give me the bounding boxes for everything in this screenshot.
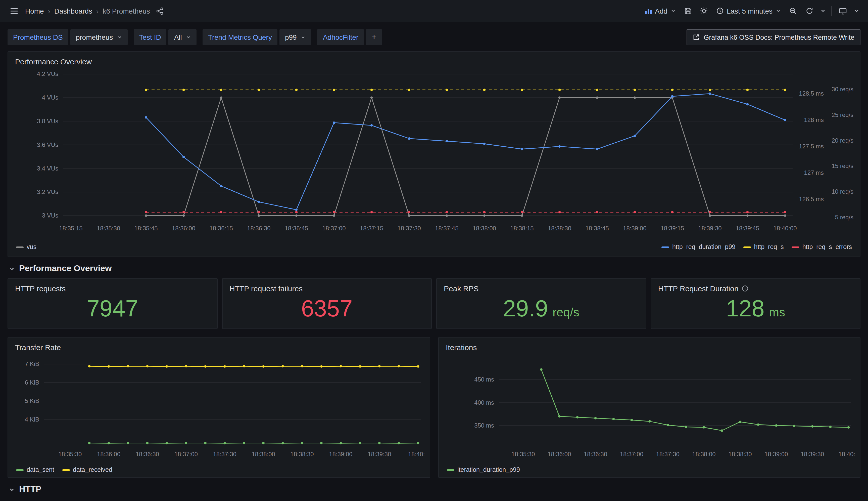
svg-text:18:36:30: 18:36:30 [247,225,271,232]
add-menu-button[interactable]: Add [642,4,679,18]
panel-performance-overview-title[interactable]: Performance Overview [13,56,855,67]
legend-item-http_req_duration_p99[interactable]: http_req_duration_p99 [662,244,736,250]
grafana-dashboard: Home › Dashboards › k6 Prometheus Add [0,0,868,501]
legend-left: data_sentdata_received [16,466,112,473]
panel-transfer-rate: Transfer Rate 7 KiB6 KiB5 KiB4 KiB18:35:… [8,337,430,478]
svg-text:18:37:15: 18:37:15 [360,225,383,232]
chevron-down-icon [9,486,15,493]
svg-text:18:37:30: 18:37:30 [397,225,421,232]
iterations-legend: iteration_duration_p99 [444,463,855,476]
svg-text:18:36:30: 18:36:30 [584,451,607,458]
svg-text:18:36:00: 18:36:00 [172,225,195,232]
legend-item-http_req_s_errors[interactable]: http_req_s_errors [792,244,852,250]
svg-text:4 VUs: 4 VUs [42,94,58,101]
tv-kiosk-mode-icon[interactable] [836,4,850,18]
transfer-rate-chart[interactable]: 7 KiB6 KiB5 KiB4 KiB18:35:3018:36:0018:3… [13,353,425,463]
svg-text:30 req/s: 30 req/s [832,86,854,93]
svg-text:18:35:30: 18:35:30 [512,451,535,458]
legend-left: vus [16,244,36,250]
info-icon[interactable] [742,285,749,291]
adhoc-filter-label: AdhocFilter [317,29,364,45]
svg-text:18:35:30: 18:35:30 [97,225,120,232]
svg-text:3.6 VUs: 3.6 VUs [37,141,58,148]
refresh-interval-chevron-icon[interactable] [818,4,827,18]
legend-left: iteration_duration_p99 [447,466,520,473]
panel-performance-overview: Performance Overview 4.2 VUs4 VUs3.8 VUs… [8,51,860,257]
breadcrumb-current-dashboard: k6 Prometheus [102,7,150,15]
legend-item-data_sent[interactable]: data_sent [16,466,54,473]
refresh-icon[interactable] [802,4,816,18]
svg-text:126.5 ms: 126.5 ms [799,196,824,202]
row-header-http[interactable]: HTTP [9,484,860,494]
iterations-chart[interactable]: 450 ms400 ms350 ms18:35:3018:36:0018:36:… [444,353,855,463]
share-icon[interactable] [153,4,167,18]
panel-http-request-failures: HTTP request failures 6357 [222,278,432,329]
panel-http-requests-title[interactable]: HTTP requests [13,283,212,294]
svg-text:6 KiB: 6 KiB [25,379,39,386]
variable-label: Trend Metrics Query [202,29,277,45]
top-nav: Home › Dashboards › k6 Prometheus Add [0,0,868,22]
variable-label: Test ID [134,29,167,45]
svg-text:18:39:30: 18:39:30 [801,451,824,458]
svg-text:350 ms: 350 ms [474,422,494,429]
zoom-out-time-icon[interactable] [786,4,800,18]
row-header-performance-overview[interactable]: Performance Overview [9,264,860,274]
panel-iterations: Iterations 450 ms400 ms350 ms18:35:3018:… [438,337,860,478]
svg-text:5 KiB: 5 KiB [25,397,39,404]
chevron-down-icon [301,35,306,40]
svg-text:18:40:00: 18:40:00 [773,225,796,232]
svg-text:18:36:30: 18:36:30 [136,451,159,458]
clock-icon [716,7,724,14]
svg-text:18:37:00: 18:37:00 [174,451,198,458]
svg-text:4.2 VUs: 4.2 VUs [37,71,58,77]
variable-value-dropdown[interactable]: prometheus [70,29,128,45]
adhoc-filter: AdhocFilter + [317,29,382,45]
panel-http-request-duration-title[interactable]: HTTP Request Duration [656,283,855,294]
svg-text:18:37:30: 18:37:30 [656,451,679,458]
chevron-down-icon [186,35,191,40]
stat-value-http-requests: 7947 [87,296,138,321]
time-range-picker[interactable]: Last 5 minutes [713,4,784,18]
breadcrumb-dashboards[interactable]: Dashboards [54,7,92,15]
breadcrumb-separator: › [96,7,99,15]
svg-text:18:38:00: 18:38:00 [692,451,715,458]
svg-text:18:39:30: 18:39:30 [368,451,391,458]
svg-text:18:38:30: 18:38:30 [548,225,571,232]
legend-item-data_received[interactable]: data_received [62,466,112,473]
stat-unit-http-request-duration: ms [769,305,785,319]
menu-icon[interactable] [7,4,21,18]
save-dashboard-icon[interactable] [681,4,695,18]
kiosk-chevron-icon[interactable] [852,4,861,18]
svg-text:18:40:0: 18:40:0 [838,451,855,458]
dashboard-settings-gear-icon[interactable] [697,4,711,18]
panel-http-request-failures-title[interactable]: HTTP request failures [228,283,426,294]
svg-text:18:36:15: 18:36:15 [209,225,233,232]
k6-docs-link-button[interactable]: Grafana k6 OSS Docs: Prometheus Remote W… [686,29,860,45]
svg-text:128 ms: 128 ms [804,116,824,123]
breadcrumb-home[interactable]: Home [25,7,44,15]
add-filter-button[interactable]: + [366,29,382,45]
panel-transfer-rate-title[interactable]: Transfer Rate [13,342,425,353]
legend-item-iteration_duration_p99[interactable]: iteration_duration_p99 [447,466,520,473]
stat-value-http-request-duration: 128 [726,296,765,321]
svg-text:7 KiB: 7 KiB [25,360,39,367]
panel-iterations-title[interactable]: Iterations [444,342,855,353]
svg-text:3.4 VUs: 3.4 VUs [37,165,58,172]
performance-overview-chart[interactable]: 4.2 VUs4 VUs3.8 VUs3.6 VUs3.4 VUs3.2 VUs… [13,67,855,241]
svg-text:18:37:00: 18:37:00 [322,225,345,232]
svg-text:18:38:15: 18:38:15 [510,225,534,232]
chart-svg: 7 KiB6 KiB5 KiB4 KiB18:35:3018:36:0018:3… [13,353,425,463]
svg-text:25 req/s: 25 req/s [832,111,854,118]
divider [831,6,832,16]
svg-text:10 req/s: 10 req/s [832,188,854,195]
panel-http-requests: HTTP requests 7947 [8,278,217,329]
variable-value-dropdown[interactable]: p99 [279,29,311,45]
legend-item-http_req_s[interactable]: http_req_s [744,244,784,250]
variable-label: Prometheus DS [8,29,68,45]
legend-right: http_req_duration_p99http_req_shttp_req_… [662,244,852,250]
panel-http-request-duration: HTTP Request Duration 128 ms [651,278,860,329]
legend-item-vus[interactable]: vus [16,244,36,250]
panel-peak-rps-title[interactable]: Peak RPS [442,283,640,294]
variable-value-dropdown[interactable]: All [169,29,197,45]
svg-text:18:39:00: 18:39:00 [623,225,646,232]
